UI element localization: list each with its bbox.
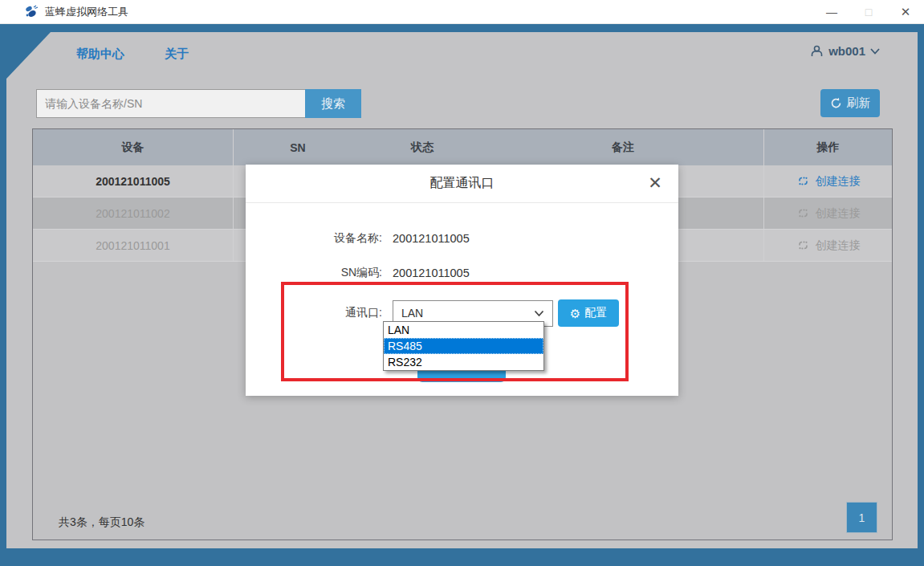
create-connection-icon bbox=[796, 175, 810, 187]
app-window: 蓝蜂虚拟网络工具 — □ ✕ 帮助中心 关于 wb001 搜索 刷新 bbox=[0, 0, 924, 566]
tab-about[interactable]: 关于 bbox=[165, 47, 189, 62]
table-header-row: 设备 SN 状态 备注 操作 bbox=[33, 129, 892, 165]
close-button[interactable]: ✕ bbox=[887, 0, 924, 24]
user-name: wb001 bbox=[828, 44, 865, 58]
chevron-down-icon bbox=[534, 310, 544, 317]
refresh-button[interactable]: 刷新 bbox=[820, 89, 880, 117]
header-status: 状态 bbox=[362, 140, 482, 155]
action-label: 创建连接 bbox=[816, 174, 861, 189]
port-dropdown-list: LAN RS485 RS232 bbox=[383, 321, 544, 371]
action-label: 创建连接 bbox=[816, 238, 861, 253]
option-rs485[interactable]: RS485 bbox=[384, 338, 543, 354]
port-label: 通讯口: bbox=[254, 306, 382, 320]
device-name: 200121011002 bbox=[33, 197, 234, 229]
pagination-summary: 共3条，每页10条 bbox=[59, 515, 145, 530]
header-remark: 备注 bbox=[482, 140, 763, 155]
refresh-label: 刷新 bbox=[847, 96, 871, 111]
device-name-value: 200121011005 bbox=[393, 232, 470, 245]
refresh-icon bbox=[830, 97, 842, 109]
device-name: 200121011005 bbox=[33, 165, 234, 197]
create-connection-link[interactable]: 创建连接 bbox=[796, 174, 861, 189]
sn-code-label: SN编码: bbox=[254, 266, 382, 280]
header-action: 操作 bbox=[763, 129, 892, 165]
port-select-value: LAN bbox=[401, 307, 423, 320]
sn-code-value: 200121011005 bbox=[393, 267, 470, 279]
device-name: 200121011001 bbox=[33, 230, 234, 261]
create-connection-icon bbox=[796, 239, 810, 251]
maximize-button[interactable]: □ bbox=[850, 0, 887, 24]
create-connection-link[interactable]: 创建连接 bbox=[796, 206, 861, 221]
create-connection-link[interactable]: 创建连接 bbox=[796, 238, 861, 253]
configure-label: 配置 bbox=[584, 306, 607, 320]
gear-icon: ⚙ bbox=[570, 307, 580, 320]
search-button[interactable]: 搜索 bbox=[305, 89, 361, 118]
modal-title: 配置通讯口 bbox=[430, 175, 495, 192]
header-sn: SN bbox=[234, 141, 362, 154]
app-logo-icon bbox=[24, 5, 39, 19]
header-device: 设备 bbox=[33, 129, 234, 165]
titlebar: 蓝蜂虚拟网络工具 — □ ✕ bbox=[0, 0, 924, 24]
tab-help-center[interactable]: 帮助中心 bbox=[76, 47, 124, 62]
option-lan[interactable]: LAN bbox=[384, 322, 543, 338]
user-menu[interactable]: wb001 bbox=[810, 44, 880, 58]
chevron-down-icon bbox=[870, 48, 880, 55]
configure-button[interactable]: ⚙ 配置 bbox=[558, 299, 619, 327]
create-connection-icon bbox=[796, 207, 810, 219]
option-rs232[interactable]: RS232 bbox=[384, 354, 543, 370]
user-icon bbox=[810, 44, 824, 58]
modal-close-icon[interactable]: ✕ bbox=[645, 173, 666, 193]
action-label: 创建连接 bbox=[816, 206, 861, 221]
window-title: 蓝蜂虚拟网络工具 bbox=[45, 5, 128, 19]
device-name-label: 设备名称: bbox=[254, 231, 382, 246]
page-1-button[interactable]: 1 bbox=[846, 502, 877, 533]
search-input[interactable] bbox=[36, 89, 305, 118]
minimize-button[interactable]: — bbox=[813, 0, 850, 24]
